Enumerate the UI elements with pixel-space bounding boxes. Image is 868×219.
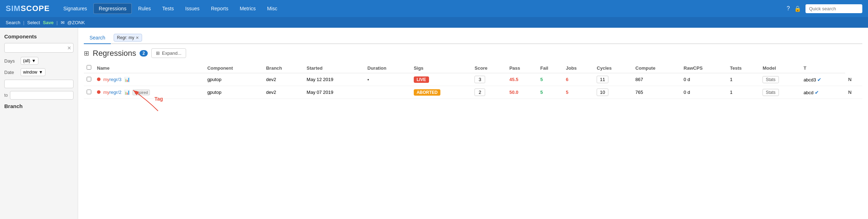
table-row: myregr/2 📊 Expired — [84, 86, 862, 99]
row2-pass: 5 — [537, 86, 563, 99]
row1-checkbox[interactable] — [87, 77, 91, 81]
col-score: Score — [472, 63, 506, 73]
sidebar-components-input[interactable] — [4, 43, 74, 53]
row2-stats-button[interactable]: Stats — [763, 89, 779, 96]
sidebar-date-to-input[interactable] — [10, 91, 74, 100]
row1-name-prefix: my — [103, 77, 109, 82]
nav-right: ? 🔒 — [787, 4, 862, 13]
sub-nav-search[interactable]: Search — [6, 20, 20, 25]
col-t: T — [801, 63, 845, 73]
col-duration: Duration — [365, 63, 411, 73]
nav-issues[interactable]: Issues — [180, 4, 204, 14]
table-header: Name Component Branch Started Duration S… — [84, 63, 862, 73]
col-fail: Fail — [537, 63, 563, 73]
tab-filter-close[interactable]: ✕ — [136, 36, 139, 40]
page-title: Regressions — [93, 49, 136, 58]
row1-name-link[interactable]: myregr/3 — [103, 77, 123, 82]
nav-misc[interactable]: Misc — [262, 4, 282, 14]
row2-expired-tag: Expired — [132, 90, 150, 95]
row1-status-dot — [97, 78, 101, 81]
sidebar-days-chevron: ▼ — [32, 58, 36, 63]
row1-started: May 12 2019 — [304, 73, 364, 86]
row1-compute: 0 d — [681, 73, 727, 86]
row2-model-value: abcd — [803, 90, 813, 95]
sidebar-date-from-input[interactable] — [4, 80, 74, 88]
select-all-checkbox[interactable] — [87, 65, 91, 70]
row1-status-badge: LIVE — [414, 76, 429, 83]
sidebar-days-label: Days — [4, 58, 18, 64]
col-started: Started — [304, 63, 364, 73]
row1-name-suffix: regr/3 — [109, 77, 121, 82]
row2-fail-value: 5 — [566, 90, 568, 95]
col-tests: Tests — [727, 63, 760, 73]
nav-rules[interactable]: Rules — [133, 4, 156, 14]
row2-name-link[interactable]: myregr/2 — [103, 90, 123, 95]
app-logo: SIMSCOPE — [6, 4, 50, 13]
nav-regressions[interactable]: Regressions — [93, 3, 132, 14]
sidebar-clear-icon[interactable]: ✕ — [67, 45, 71, 51]
row1-model: abcd3 ✔ — [801, 73, 845, 86]
sidebar-date-from-row — [4, 80, 74, 88]
tab-filter-label: Regr: my — [117, 35, 134, 40]
sub-nav-email-icon: ✉ — [61, 20, 65, 25]
row2-tests-cell: Stats — [760, 86, 801, 99]
sub-nav-sep2: | — [56, 20, 58, 25]
col-model: Model — [760, 63, 801, 73]
row1-t: N — [845, 73, 862, 86]
main-layout: Components ✕ Days (all) ▼ Date window ▼ … — [0, 28, 868, 219]
col-sigs: Sigs — [411, 63, 472, 73]
help-icon[interactable]: ? — [787, 5, 790, 12]
tabs-row: Search Regr: my ✕ — [84, 32, 862, 44]
sidebar-days-row: Days (all) ▼ — [4, 57, 74, 65]
sub-nav-select[interactable]: Select — [27, 20, 40, 25]
row2-status-badge: ABORTED — [414, 89, 440, 96]
row1-duration: • — [365, 73, 411, 86]
nav-reports[interactable]: Reports — [206, 4, 233, 14]
row1-name-cell: myregr/3 📊 — [94, 73, 205, 86]
nav-metrics[interactable]: Metrics — [235, 4, 261, 14]
row1-tests-cell: Stats — [760, 73, 801, 86]
sidebar-date-chevron: ▼ — [39, 70, 43, 75]
count-badge: 2 — [140, 50, 148, 57]
row1-status-cell: LIVE — [411, 73, 472, 86]
row2-fail: 5 — [563, 86, 594, 99]
sidebar-days-select[interactable]: (all) ▼ — [21, 57, 38, 65]
sidebar-date-select[interactable]: window ▼ — [21, 68, 45, 76]
row2-name-suffix: regr/2 — [109, 90, 121, 95]
row1-fail-value: 6 — [566, 77, 568, 82]
table-wrap: Name Component Branch Started Duration S… — [84, 63, 862, 99]
row2-chart-icon[interactable]: 📊 — [124, 90, 130, 95]
row2-duration — [365, 86, 411, 99]
row2-cycles: 765 — [633, 86, 681, 99]
row1-chart-icon[interactable]: 📊 — [124, 77, 130, 82]
sidebar-days-value: (all) — [23, 58, 30, 63]
quick-search-input[interactable] — [805, 4, 862, 13]
sidebar-date-value: window — [23, 70, 37, 75]
row1-duration-dot: • — [368, 77, 369, 82]
row2-jobs-box: 10 — [597, 89, 608, 96]
nav-tests[interactable]: Tests — [157, 4, 179, 14]
row1-model-value: abcd3 — [803, 77, 816, 82]
row2-model: abcd ✔ — [801, 86, 845, 99]
row1-stats-button[interactable]: Stats — [763, 76, 779, 83]
annotation-tag-label: Tag — [154, 96, 163, 102]
row2-name-prefix: my — [103, 90, 109, 95]
row1-check-icon: ✔ — [817, 77, 821, 82]
row2-check-icon: ✔ — [815, 90, 819, 95]
tab-search[interactable]: Search — [84, 32, 111, 44]
row2-status-cell: ABORTED — [411, 86, 472, 99]
expand-icon: ⊞ — [156, 50, 160, 56]
tab-filter-regr-my[interactable]: Regr: my ✕ — [114, 34, 142, 42]
expand-button[interactable]: ⊞ Expand... — [151, 48, 186, 58]
sidebar: Components ✕ Days (all) ▼ Date window ▼ … — [0, 28, 78, 219]
sub-nav-save[interactable]: Save — [43, 20, 54, 25]
lock-icon[interactable]: 🔒 — [794, 5, 801, 12]
regressions-table: Name Component Branch Started Duration S… — [84, 63, 862, 99]
sidebar-components-input-wrap: ✕ — [4, 43, 74, 53]
row1-pass: 5 — [537, 73, 563, 86]
row2-component: gputop — [205, 86, 264, 99]
row2-jobs-cell: 10 — [594, 86, 633, 99]
nav-signatures[interactable]: Signatures — [58, 4, 92, 14]
row2-checkbox[interactable] — [87, 90, 91, 94]
sub-nav-sep1: | — [23, 20, 24, 25]
